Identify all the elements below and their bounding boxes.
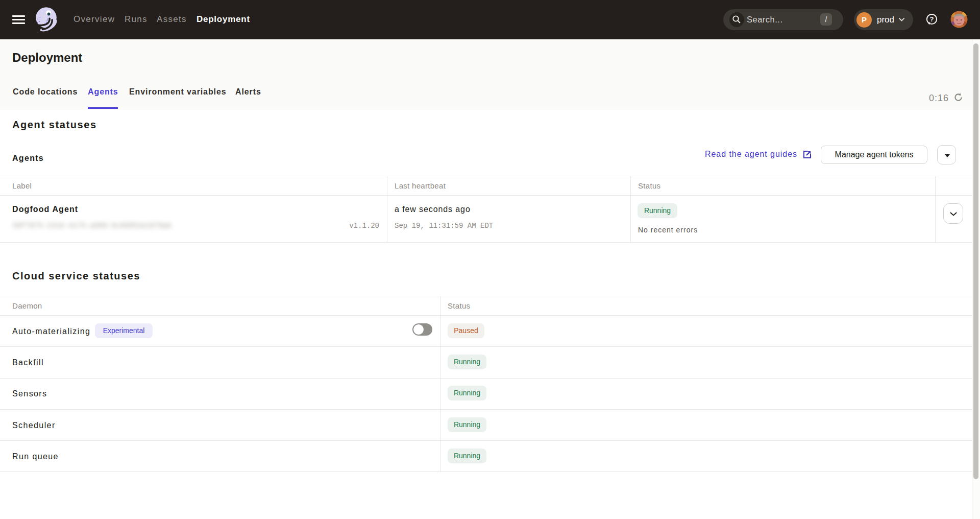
- svg-text:?: ?: [930, 15, 934, 23]
